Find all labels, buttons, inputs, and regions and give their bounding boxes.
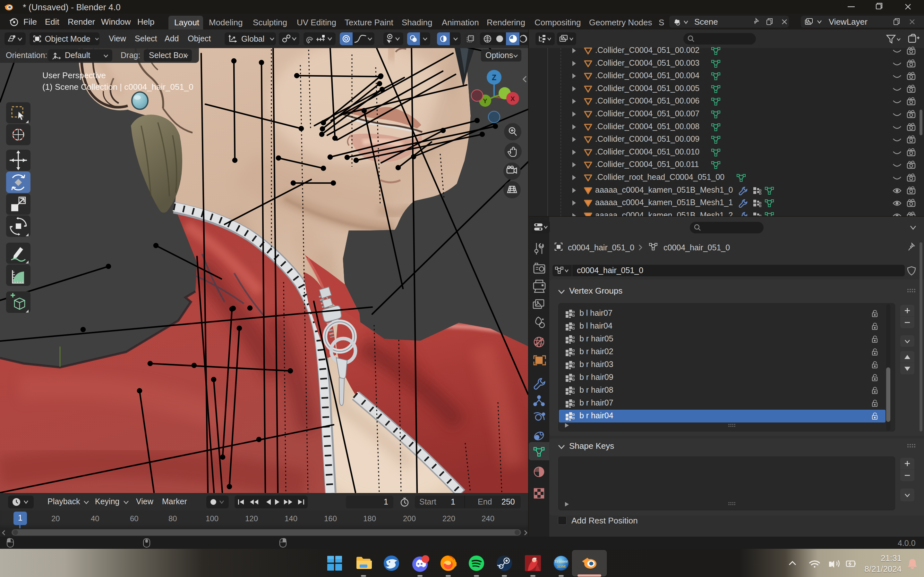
svg-text:Z: Z [492,73,496,82]
svg-text:Trainer: Trainer [554,559,568,564]
svg-text:3DM: 3DM [557,564,565,569]
svg-text:Y: Y [483,97,487,105]
svg-text:X: X [510,95,515,102]
